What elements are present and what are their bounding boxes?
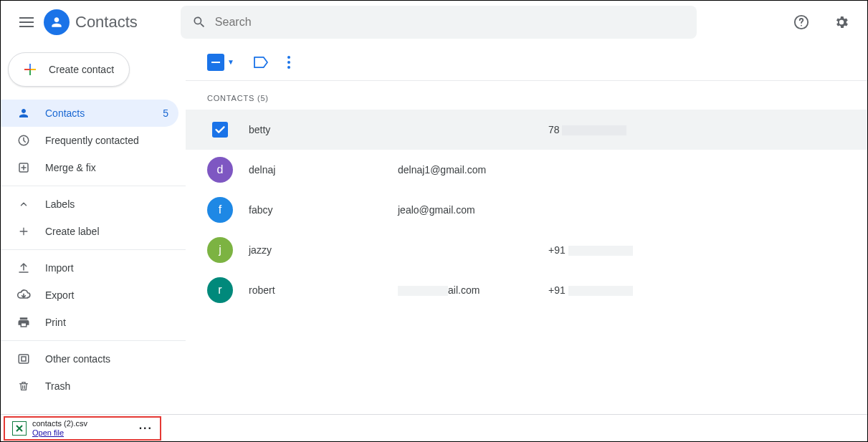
main-content: ▼ CONTACTS (5) betty78 ddelnajdelnaj1@gm… — [186, 44, 867, 414]
archive-icon — [16, 352, 31, 365]
contact-avatar: d — [207, 157, 233, 183]
chevron-down-icon: ▼ — [227, 58, 234, 66]
hamburger-icon — [19, 17, 34, 27]
svg-rect-3 — [19, 355, 29, 363]
sidebar-label: Labels — [45, 198, 75, 210]
contact-name: jazzy — [233, 244, 398, 256]
merge-icon — [16, 161, 31, 174]
svg-rect-4 — [22, 357, 26, 361]
print-icon — [16, 316, 31, 329]
history-icon — [16, 134, 31, 147]
sidebar-item-contacts[interactable]: Contacts 5 — [1, 100, 178, 127]
sidebar-item-create-label[interactable]: Create label — [1, 218, 178, 245]
plus-icon — [16, 226, 31, 237]
person-icon — [16, 107, 31, 120]
search-bar[interactable] — [181, 6, 697, 39]
contact-phone: 78 — [548, 124, 626, 135]
contact-avatar: r — [207, 277, 233, 303]
contact-email: jealo@gmail.com — [398, 204, 548, 216]
svg-point-1 — [801, 25, 802, 27]
download-more-button[interactable]: ··· — [139, 422, 153, 435]
svg-point-6 — [287, 56, 290, 59]
contacts-list-header: CONTACTS (5) — [186, 81, 867, 110]
create-contact-label: Create contact — [49, 64, 114, 75]
contact-row[interactable]: ffabcyjealo@gmail.com — [186, 190, 867, 230]
sidebar-item-frequent[interactable]: Frequently contacted — [1, 127, 178, 154]
cloud-download-icon — [16, 289, 31, 301]
sidebar-label: Import — [45, 262, 74, 274]
sidebar-label: Contacts — [45, 107, 85, 119]
app-title: Contacts — [75, 13, 138, 32]
sidebar-label: Merge & fix — [45, 162, 96, 173]
contact-row[interactable]: ddelnajdelnaj1@gmail.com — [186, 150, 867, 190]
trash-icon — [16, 380, 31, 393]
sidebar-label: Export — [45, 289, 74, 301]
contact-email: ail.com — [398, 284, 548, 296]
contact-name: fabcy — [233, 204, 398, 216]
sidebar-item-other[interactable]: Other contacts — [1, 345, 178, 373]
contact-avatar: j — [207, 237, 233, 263]
indeterminate-checkbox-icon — [207, 54, 224, 71]
download-bar: contacts (2).csv Open file ··· — [1, 414, 867, 441]
row-checkbox[interactable] — [207, 117, 233, 143]
contact-name: betty — [233, 124, 398, 135]
download-item[interactable]: contacts (2).csv Open file ··· — [4, 416, 161, 441]
more-vert-icon — [287, 56, 290, 69]
sidebar-label: Trash — [45, 380, 70, 392]
app-logo[interactable]: Contacts — [44, 9, 138, 35]
sidebar-label: Print — [45, 317, 66, 328]
sidebar-item-labels[interactable]: Labels — [1, 191, 178, 218]
manage-labels-button[interactable] — [253, 48, 269, 77]
svg-point-7 — [287, 61, 290, 64]
chevron-up-icon — [16, 199, 31, 209]
svg-point-8 — [287, 66, 290, 69]
sidebar-item-export[interactable]: Export — [1, 282, 178, 309]
upload-icon — [16, 261, 31, 274]
header: Contacts — [1, 1, 867, 44]
settings-button[interactable] — [827, 8, 856, 37]
contact-name: robert — [233, 284, 398, 296]
help-button[interactable] — [787, 8, 816, 37]
gear-icon — [834, 14, 849, 30]
contact-email: delnaj1@gmail.com — [398, 164, 548, 176]
contact-name: delnaj — [233, 164, 398, 176]
help-icon — [793, 14, 809, 30]
label-icon — [253, 56, 269, 69]
sidebar: Create contact Contacts 5 Frequently con… — [1, 44, 186, 414]
sidebar-label: Frequently contacted — [45, 135, 139, 146]
sidebar-item-merge[interactable]: Merge & fix — [1, 154, 178, 181]
sidebar-label: Create label — [45, 226, 100, 237]
plus-icon — [22, 61, 39, 78]
contacts-list: betty78 ddelnajdelnaj1@gmail.comffabcyje… — [186, 110, 867, 310]
contact-phone: +91 — [548, 284, 633, 296]
search-input[interactable] — [215, 16, 685, 29]
sidebar-item-trash[interactable]: Trash — [1, 373, 178, 400]
more-actions-button[interactable] — [287, 48, 290, 77]
contact-avatar: f — [207, 197, 233, 223]
sidebar-item-print[interactable]: Print — [1, 309, 178, 336]
contact-row[interactable]: rrobertail.com+91 — [186, 270, 867, 310]
search-icon — [192, 15, 206, 29]
contact-row[interactable]: betty78 — [186, 110, 867, 150]
contacts-logo-icon — [44, 9, 70, 35]
sidebar-item-import[interactable]: Import — [1, 254, 178, 282]
selection-toolbar: ▼ — [186, 44, 867, 81]
sidebar-label: Other contacts — [45, 353, 110, 365]
main-menu-button[interactable] — [12, 8, 41, 37]
svg-rect-5 — [211, 62, 220, 63]
download-filename: contacts (2).csv — [32, 419, 87, 428]
download-open-link[interactable]: Open file — [32, 428, 87, 438]
svg-rect-9 — [212, 122, 228, 138]
select-all-toggle[interactable]: ▼ — [207, 54, 234, 71]
create-contact-button[interactable]: Create contact — [8, 52, 130, 87]
excel-file-icon — [12, 421, 27, 436]
contact-phone: +91 — [548, 244, 633, 256]
contacts-count: 5 — [163, 107, 168, 119]
contact-row[interactable]: jjazzy+91 — [186, 230, 867, 270]
